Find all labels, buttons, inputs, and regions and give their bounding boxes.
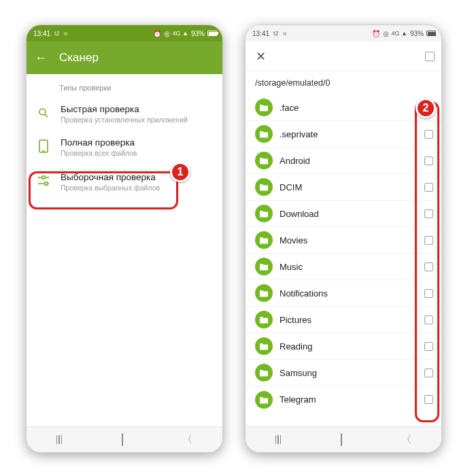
folder-name: Notifications [280,288,418,299]
nav-bar: 〈 [246,426,441,452]
folder-checkbox[interactable] [424,395,433,404]
folder-icon [255,152,273,169]
battery-pct: 93% [410,30,424,37]
phone-left: 13:41 t2 ⌾ ⏰ ◎ 4G ▲ 93% ← Сканер Типы пр… [26,24,223,453]
status-carrier: t2 [54,30,60,37]
folder-icon [255,178,273,196]
folder-checkbox[interactable] [424,156,433,165]
folder-name: .face [280,103,418,113]
folder-name: DCIM [280,182,418,192]
magnify-icon [36,105,51,120]
alarm-icon: ⏰ [153,30,161,37]
folder-checkbox[interactable] [424,369,433,377]
folder-checkbox[interactable] [424,289,433,298]
folder-checkbox[interactable] [424,342,433,351]
nav-bar: 〈 [27,426,222,452]
folder-row[interactable]: Movies [246,227,441,254]
folder-icon [255,284,273,302]
page-title: Сканер [59,51,99,65]
battery-icon [426,31,436,36]
nav-back[interactable]: 〈 [401,433,411,446]
folder-checkbox[interactable] [424,183,433,192]
folder-icon [255,231,273,249]
nav-recent[interactable] [275,435,281,444]
status-time: 13:41 [33,30,50,37]
folder-row[interactable]: Telegram [246,386,441,413]
svg-point-0 [39,109,46,115]
folder-row[interactable]: .seprivate [246,121,441,148]
folder-checkbox[interactable] [424,262,433,271]
hotspot-icon: ◎ [383,30,389,37]
status-carrier: t2 [273,30,279,37]
scan-title: Выборочная проверка [61,172,160,182]
folder-name: Download [280,209,418,219]
folder-icon [255,205,273,222]
selection-bar: ✕ [246,41,441,71]
svg-line-1 [45,114,48,117]
close-icon[interactable]: ✕ [252,49,269,64]
folder-checkbox[interactable] [424,209,433,218]
folder-name: Music [280,262,418,272]
folder-row[interactable]: Notifications [246,280,441,307]
folder-row[interactable]: Pictures [246,307,441,333]
folder-name: Movies [280,235,418,245]
nav-back[interactable]: 〈 [182,433,192,446]
folder-name: Reading [280,341,418,352]
scan-sub: Проверка выбранных файлов [61,184,160,192]
scan-sub: Проверка всех файлов [61,149,137,157]
back-arrow-icon[interactable]: ← [35,51,47,65]
folder-icon [255,337,273,355]
status-bar: 13:41 t2 ⌾ ⏰ ◎ 4G ▲ 93% [27,25,222,41]
folder-icon [255,99,273,116]
device-icon [36,139,51,154]
folder-icon [255,311,273,328]
folder-checkbox[interactable] [424,316,433,324]
phone-right: 13:41 t2 ⌾ ⏰ ◎ 4G ▲ 93% ✕ /storage/emula… [245,24,442,453]
folder-icon [255,391,273,409]
list-filter-icon [36,173,51,188]
hotspot-icon: ◎ [164,30,170,37]
voicemail-icon: ⌾ [64,30,67,37]
battery-pct: 93% [191,30,205,37]
folder-icon [255,258,273,275]
nav-home[interactable] [341,434,342,445]
nav-recent[interactable] [56,435,62,444]
folder-icon [255,364,273,381]
folder-row[interactable]: Samsung [246,360,441,386]
folder-row[interactable]: .face [246,95,441,121]
folder-row[interactable]: DCIM [246,174,441,201]
annotation-badge-1: 1 [170,162,190,182]
scan-type-custom[interactable]: Выборочная проверка Проверка выбранных ф… [27,164,222,201]
scan-title: Быстрая проверка [61,104,188,114]
folder-name: Telegram [280,394,418,405]
folder-checkbox[interactable] [424,130,433,139]
folder-name: Samsung [280,368,418,378]
svg-rect-5 [42,176,45,179]
folder-name: Android [280,156,418,166]
alarm-icon: ⏰ [372,30,380,37]
folder-checkbox[interactable] [424,236,433,245]
folder-row[interactable]: Reading [246,333,441,360]
scan-type-full[interactable]: Полная проверка Проверка всех файлов [27,131,222,164]
voicemail-icon: ⌾ [283,30,286,37]
section-label: Типы проверки [27,74,222,97]
folder-list: .face.seprivateAndroidDCIMDownloadMovies… [246,95,441,413]
battery-icon [207,31,217,36]
folder-row[interactable]: Download [246,201,441,227]
scan-title: Полная проверка [61,137,137,148]
signal-icon: 4G ▲ [173,30,188,37]
folder-row[interactable]: Music [246,254,441,280]
signal-icon: 4G ▲ [392,30,407,37]
scan-sub: Проверка установленных приложений [61,116,188,124]
folder-row[interactable]: Android [246,148,441,174]
annotation-badge-2: 2 [416,98,436,118]
scan-type-quick[interactable]: Быстрая проверка Проверка установленных … [27,97,222,131]
select-all-checkbox[interactable] [425,52,435,61]
nav-home[interactable] [122,434,123,445]
path-breadcrumb[interactable]: /storage/emulated/0 [246,71,441,95]
folder-icon [255,125,273,143]
svg-rect-8 [45,182,48,185]
folder-name: .seprivate [280,129,418,139]
status-time: 13:41 [252,30,269,37]
status-bar: 13:41 t2 ⌾ ⏰ ◎ 4G ▲ 93% [246,25,441,41]
